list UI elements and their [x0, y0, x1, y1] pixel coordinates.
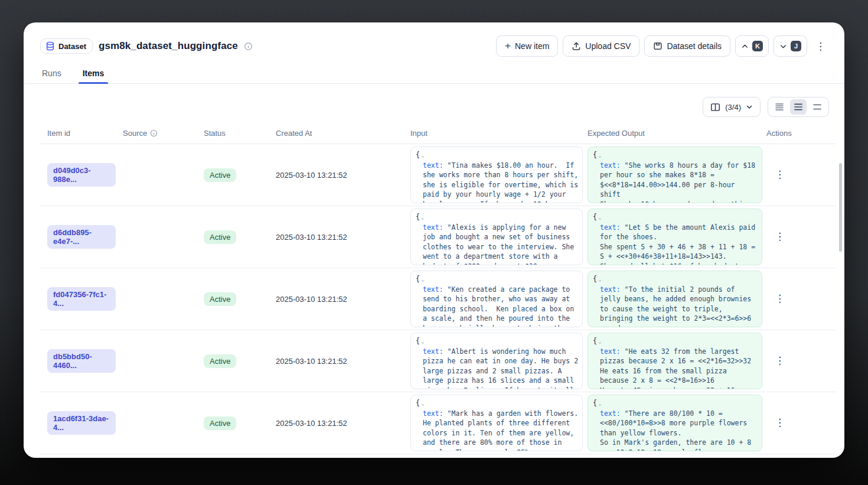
json-key: text: — [423, 285, 443, 294]
table-row[interactable]: db5bbd50-4460... Active 2025-03-10 13:21… — [40, 330, 836, 392]
column-header-created-at[interactable]: Created At — [269, 123, 403, 144]
collapse-chevron-icon[interactable]: ⌄ — [598, 276, 602, 282]
created-at-value: 2025-03-10 13:21:52 — [276, 233, 347, 242]
collapse-chevron-icon[interactable]: ⌄ — [598, 400, 602, 406]
open-brace: { — [416, 399, 420, 407]
page-title: gsm8k_dataset_huggingface — [99, 40, 238, 52]
row-actions-button[interactable]: ⋮ — [775, 418, 785, 428]
input-json-cell[interactable]: {⌄ text: "Tina makes $18.00 an hour. If … — [410, 147, 583, 203]
input-json-cell[interactable]: {⌄ text: "Alexis is applying for a new j… — [410, 209, 583, 265]
column-header-item-id[interactable]: Item id — [40, 123, 116, 144]
row-height-toggle-group — [768, 97, 829, 117]
open-brace: { — [593, 275, 597, 283]
item-id-pill[interactable]: d6ddb895-e4e7-... — [47, 225, 116, 249]
status-badge: Active — [204, 230, 236, 244]
dataset-details-icon — [653, 41, 663, 51]
new-item-label: New item — [515, 41, 549, 51]
density-compact-icon — [775, 103, 784, 111]
json-value: "Let S be the amount Alexis paid for the… — [600, 223, 759, 266]
expected-output-json-cell[interactable]: {⌄ text: "There are 80/100 * 10 = <<80/1… — [588, 395, 762, 451]
table-row[interactable]: d049d0c3-988e... Active 2025-03-10 13:21… — [40, 144, 836, 206]
tab-bar: Runs Items — [24, 64, 844, 84]
kebab-icon: ⋮ — [775, 355, 785, 366]
database-icon — [45, 41, 55, 51]
created-at-value: 2025-03-10 13:21:52 — [276, 295, 347, 304]
row-height-medium-button[interactable] — [790, 99, 807, 115]
collapse-chevron-icon[interactable]: ⌄ — [421, 400, 425, 406]
row-height-small-button[interactable] — [771, 99, 788, 115]
kebab-icon: ⋮ — [775, 293, 785, 304]
next-item-button[interactable]: J — [774, 35, 807, 57]
badge-label: Dataset — [58, 42, 86, 51]
source-info-icon[interactable] — [150, 129, 158, 137]
collapse-chevron-icon[interactable]: ⌄ — [421, 152, 425, 158]
input-json-cell[interactable]: {⌄ text: "Albert is wondering how much p… — [410, 333, 583, 389]
input-json-cell[interactable]: {⌄ text: "Mark has a garden with flowers… — [410, 395, 583, 451]
keycap-k: K — [752, 41, 763, 51]
json-key: text: — [423, 223, 443, 232]
row-actions-button[interactable]: ⋮ — [775, 294, 785, 304]
open-brace: { — [593, 337, 597, 345]
column-header-status[interactable]: Status — [197, 123, 269, 144]
json-key: text: — [600, 223, 621, 232]
collapse-chevron-icon[interactable]: ⌄ — [421, 214, 425, 220]
columns-icon — [710, 103, 720, 112]
row-actions-button[interactable]: ⋮ — [775, 170, 785, 180]
status-badge: Active — [204, 416, 236, 430]
open-brace: { — [416, 275, 420, 283]
new-item-button[interactable]: + New item — [496, 35, 558, 57]
column-header-source[interactable]: Source — [116, 123, 197, 144]
expected-output-json-cell[interactable]: {⌄ text: "He eats 32 from the largest pi… — [588, 333, 762, 389]
header-more-actions-button[interactable]: ⋮ — [812, 35, 829, 57]
expected-output-json-cell[interactable]: {⌄ text: "To the initial 2 pounds of jel… — [588, 271, 762, 327]
open-brace: { — [593, 213, 597, 221]
json-value: "Alexis is applying for a new job and bo… — [423, 223, 578, 266]
tab-runs[interactable]: Runs — [40, 64, 63, 83]
collapse-chevron-icon[interactable]: ⌄ — [598, 152, 602, 158]
column-header-actions: Actions — [759, 123, 836, 144]
expected-output-json-cell[interactable]: {⌄ text: "She works 8 hours a day for $1… — [588, 147, 762, 203]
table-row[interactable]: fd047356-7fc1-4... Active 2025-03-10 13:… — [40, 268, 836, 330]
vertical-scrollbar[interactable] — [839, 163, 842, 252]
json-key: text: — [423, 161, 443, 170]
created-at-value: 2025-03-10 13:21:52 — [276, 419, 347, 428]
input-json-cell[interactable]: {⌄ text: "Ken created a care package to … — [410, 271, 583, 327]
json-value: "Albert is wondering how much pizza he c… — [423, 347, 582, 390]
prev-item-button[interactable]: K — [735, 35, 769, 57]
table-row[interactable]: 1acd6f31-3dae-4... Active 2025-03-10 13:… — [40, 392, 836, 454]
items-table: Item id Source Status Created At Input E… — [40, 123, 836, 454]
columns-selector-button[interactable]: (3/4) — [703, 97, 761, 117]
json-value: "There are 80/100 * 10 = <<80/100*10=8>>… — [600, 409, 755, 452]
json-key: text: — [600, 409, 621, 418]
json-key: text: — [600, 285, 621, 294]
tab-items[interactable]: Items — [81, 64, 106, 83]
collapse-chevron-icon[interactable]: ⌄ — [421, 338, 425, 344]
table-row[interactable]: d6ddb895-e4e7-... Active 2025-03-10 13:2… — [40, 206, 836, 268]
title-info-icon[interactable] — [244, 42, 253, 51]
item-id-pill[interactable]: db5bbd50-4460... — [47, 349, 116, 373]
collapse-chevron-icon[interactable]: ⌄ — [421, 276, 425, 282]
dataset-details-button[interactable]: Dataset details — [644, 35, 730, 57]
column-header-expected-output[interactable]: Expected Output — [580, 123, 759, 144]
chevron-up-icon — [741, 43, 749, 50]
kebab-icon: ⋮ — [775, 169, 785, 180]
item-id-pill[interactable]: d049d0c3-988e... — [47, 163, 116, 187]
created-at-value: 2025-03-10 13:21:52 — [276, 357, 347, 366]
open-brace: { — [416, 213, 420, 221]
json-key: text: — [600, 347, 621, 356]
chevron-down-icon — [779, 43, 787, 50]
row-actions-button[interactable]: ⋮ — [775, 356, 785, 366]
expected-output-json-cell[interactable]: {⌄ text: "Let S be the amount Alexis pai… — [588, 209, 762, 265]
upload-icon — [572, 41, 581, 51]
collapse-chevron-icon[interactable]: ⌄ — [598, 338, 602, 344]
collapse-chevron-icon[interactable]: ⌄ — [598, 214, 602, 220]
page-header: Dataset gsm8k_dataset_huggingface + New … — [24, 22, 844, 57]
item-id-pill[interactable]: fd047356-7fc1-4... — [47, 287, 116, 311]
item-id-pill[interactable]: 1acd6f31-3dae-4... — [47, 411, 116, 435]
upload-csv-button[interactable]: Upload CSV — [563, 35, 639, 57]
row-actions-button[interactable]: ⋮ — [775, 232, 785, 242]
column-header-input[interactable]: Input — [403, 123, 580, 144]
columns-count-label: (3/4) — [725, 103, 741, 112]
row-height-large-button[interactable] — [809, 99, 825, 115]
density-default-icon — [794, 103, 803, 111]
